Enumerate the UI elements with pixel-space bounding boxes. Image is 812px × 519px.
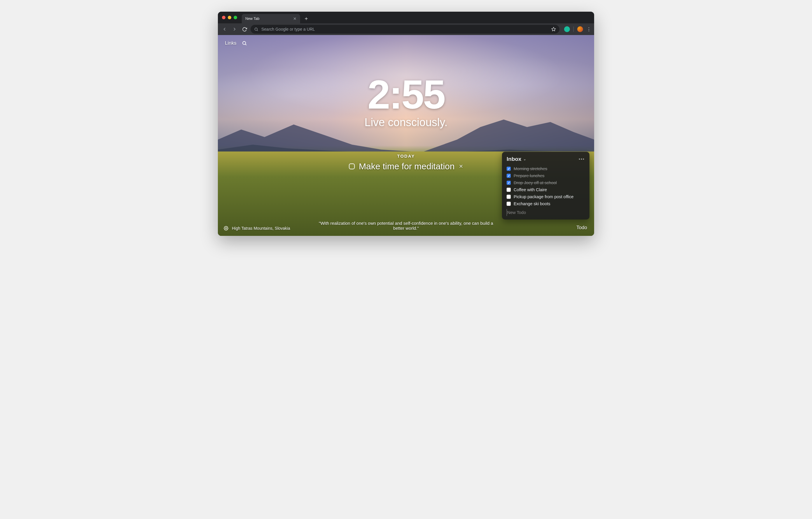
todo-item-label: Exchange ski boots	[514, 201, 550, 206]
todo-list-title: Inbox	[506, 156, 522, 162]
focus-row: Make time for meditation ✕	[349, 161, 463, 171]
svg-point-5	[226, 228, 227, 229]
focus-label: TODAY	[349, 154, 463, 159]
todo-item[interactable]: Pickup package from post office	[506, 193, 585, 200]
back-button[interactable]	[221, 25, 228, 33]
todo-item[interactable]: Drop Joey off at school	[506, 179, 585, 186]
todo-panel: Inbox ⌄ ••• Morning stretchesPrepare lun…	[502, 152, 589, 219]
maximize-window-button[interactable]	[234, 16, 237, 19]
window-controls	[222, 16, 237, 19]
todo-more-button[interactable]: •••	[579, 157, 585, 161]
todo-checkbox[interactable]	[506, 167, 511, 171]
todo-items-list: Morning stretchesPrepare lunchesDrop Joe…	[506, 165, 585, 207]
chevron-down-icon: ⌄	[523, 157, 526, 161]
arrow-left-icon	[222, 27, 227, 32]
svg-line-1	[257, 30, 258, 31]
tab-bar: New Tab ✕ ＋	[218, 12, 594, 23]
todo-toggle-button[interactable]: Todo	[576, 225, 587, 230]
bottom-left-bar: High Tatras Mountains, Slovakia	[224, 226, 290, 230]
todo-item-label: Pickup package from post office	[514, 194, 573, 199]
todo-checkbox[interactable]	[506, 202, 511, 206]
links-button[interactable]: Links	[225, 40, 236, 46]
todo-item[interactable]: Morning stretches	[506, 165, 585, 172]
svg-marker-2	[552, 27, 555, 31]
separator	[573, 27, 574, 32]
new-tab-page: Links 2:55 Live consciously. TODAY Make …	[218, 35, 594, 236]
svg-point-3	[243, 42, 246, 45]
todo-item[interactable]: Coffee with Claire	[506, 186, 585, 193]
arrow-right-icon	[232, 27, 237, 32]
toolbar-right: ⋮	[564, 26, 591, 32]
todo-checkbox[interactable]	[506, 188, 511, 192]
todo-header: Inbox ⌄ •••	[506, 156, 585, 162]
minimize-window-button[interactable]	[228, 16, 231, 19]
todo-item[interactable]: Prepare lunches	[506, 172, 585, 179]
quote-text[interactable]: "With realization of one's own potential…	[319, 221, 493, 230]
todo-checkbox[interactable]	[506, 181, 511, 185]
clock-time: 2:55	[365, 74, 447, 115]
reload-button[interactable]	[241, 25, 248, 33]
search-icon[interactable]	[242, 40, 247, 46]
browser-menu-button[interactable]: ⋮	[586, 27, 591, 32]
bookmark-star-icon[interactable]	[551, 27, 556, 31]
todo-list-selector[interactable]: Inbox ⌄	[506, 156, 526, 162]
gear-icon[interactable]	[224, 226, 228, 230]
todo-item-label: Morning stretches	[514, 166, 547, 171]
profile-avatar-icon[interactable]	[577, 26, 583, 32]
tab-title: New Tab	[245, 17, 259, 21]
todo-item-label: Prepare lunches	[514, 173, 545, 178]
reload-icon	[242, 27, 247, 32]
focus-clear-icon[interactable]: ✕	[459, 163, 463, 170]
focus-checkbox[interactable]	[349, 163, 355, 169]
todo-checkbox[interactable]	[506, 195, 511, 199]
mantra-text: Live consciously.	[365, 116, 447, 129]
top-left-bar: Links	[225, 40, 247, 46]
center-block: 2:55 Live consciously.	[365, 74, 447, 129]
todo-item-label: Coffee with Claire	[514, 187, 547, 192]
todo-checkbox[interactable]	[506, 174, 511, 178]
todo-item[interactable]: Exchange ski boots	[506, 200, 585, 207]
browser-tab[interactable]: New Tab ✕	[242, 14, 300, 23]
search-icon	[254, 27, 258, 31]
address-bar[interactable]: Search Google or type a URL	[251, 25, 559, 33]
photo-location[interactable]: High Tatras Mountains, Slovakia	[232, 226, 290, 230]
todo-item-label: Drop Joey off at school	[514, 181, 557, 185]
forward-button[interactable]	[231, 25, 238, 33]
toolbar: Search Google or type a URL ⋮	[218, 23, 594, 35]
browser-window: New Tab ✕ ＋ Search Google or type a URL …	[218, 12, 594, 236]
focus-block: TODAY Make time for meditation ✕	[349, 154, 463, 171]
svg-point-0	[255, 28, 258, 30]
close-tab-icon[interactable]: ✕	[293, 17, 297, 21]
extension-avatar-icon[interactable]	[564, 26, 570, 32]
omnibox-placeholder: Search Google or type a URL	[261, 27, 315, 31]
new-tab-button[interactable]: ＋	[303, 16, 309, 21]
focus-text: Make time for meditation	[359, 161, 455, 171]
new-todo-input[interactable]: New Todo	[506, 209, 585, 216]
svg-line-4	[245, 44, 246, 45]
close-window-button[interactable]	[222, 16, 226, 19]
